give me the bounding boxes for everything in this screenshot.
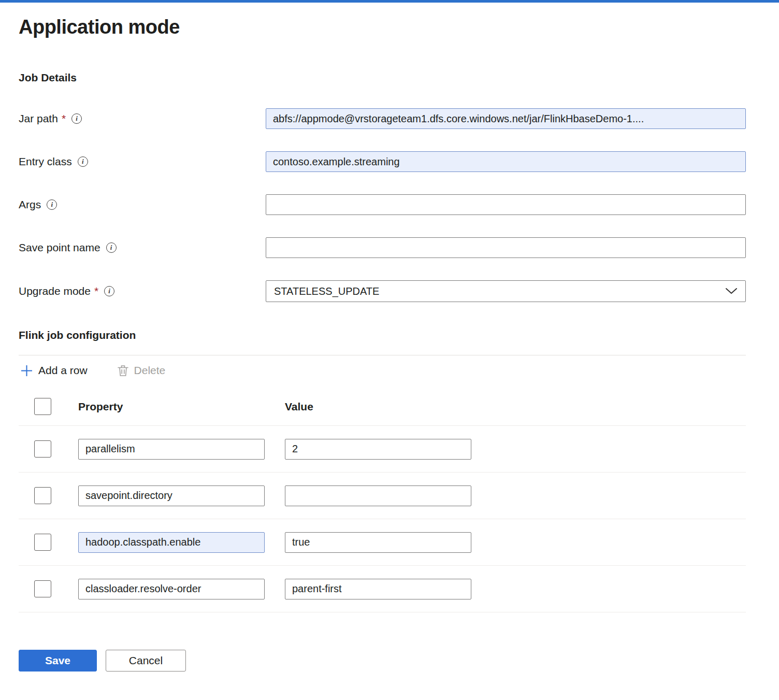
required-asterisk: * (94, 285, 98, 297)
property-input[interactable] (78, 579, 265, 599)
table-toolbar: Add a row Delete (19, 355, 746, 384)
trash-icon (118, 365, 128, 377)
table-row (19, 426, 746, 473)
top-accent-bar (0, 0, 779, 3)
args-label: Args (19, 198, 266, 211)
jar-path-input[interactable] (266, 108, 746, 129)
jar-path-label: Jar path * (19, 112, 266, 125)
table-row (19, 473, 746, 519)
save-point-name-label-text: Save point name (19, 241, 100, 254)
row-checkbox[interactable] (34, 440, 51, 458)
save-point-name-input[interactable] (266, 237, 746, 258)
field-upgrade-mode: Upgrade mode * STATELESS_UPDATE (19, 280, 746, 302)
value-column-header: Value (285, 401, 313, 413)
table-header-row: Property Value (19, 384, 746, 426)
entry-class-label-text: Entry class (19, 155, 72, 168)
save-point-name-label: Save point name (19, 241, 266, 254)
entry-class-input[interactable] (266, 151, 746, 172)
entry-class-label: Entry class (19, 155, 266, 168)
property-input[interactable] (78, 439, 265, 460)
table-row (19, 566, 746, 612)
add-row-label: Add a row (38, 364, 88, 377)
value-input[interactable] (285, 532, 471, 553)
save-button[interactable]: Save (19, 650, 97, 672)
info-icon[interactable] (104, 286, 114, 296)
info-icon[interactable] (47, 199, 57, 210)
field-jar-path: Jar path * (19, 108, 746, 129)
property-input[interactable] (78, 485, 265, 506)
row-checkbox[interactable] (34, 487, 51, 504)
upgrade-mode-label-text: Upgrade mode (19, 285, 91, 297)
value-input[interactable] (285, 485, 471, 506)
chevron-down-icon (725, 288, 738, 295)
args-input[interactable] (266, 194, 746, 215)
delete-button[interactable]: Delete (116, 364, 168, 377)
flink-job-configuration-heading: Flink job configuration (19, 329, 746, 341)
row-checkbox[interactable] (34, 580, 51, 597)
add-row-button[interactable]: Add a row (19, 364, 90, 377)
jar-path-label-text: Jar path (19, 112, 58, 125)
footer-actions: Save Cancel (19, 650, 746, 672)
field-save-point-name: Save point name (19, 237, 746, 258)
upgrade-mode-label: Upgrade mode * (19, 285, 266, 297)
info-icon[interactable] (71, 113, 82, 124)
value-input[interactable] (285, 579, 471, 599)
info-icon[interactable] (78, 156, 88, 167)
cancel-button[interactable]: Cancel (106, 650, 186, 672)
select-all-checkbox[interactable] (34, 398, 51, 415)
upgrade-mode-dropdown[interactable]: STATELESS_UPDATE (266, 280, 746, 302)
page-title: Application mode (19, 16, 746, 38)
field-args: Args (19, 194, 746, 215)
job-details-heading: Job Details (19, 72, 746, 84)
property-column-header: Property (78, 401, 265, 413)
delete-label: Delete (134, 364, 166, 377)
plus-icon (21, 365, 33, 377)
field-entry-class: Entry class (19, 151, 746, 172)
upgrade-mode-selected-value: STATELESS_UPDATE (274, 285, 379, 297)
args-label-text: Args (19, 198, 41, 211)
value-input[interactable] (285, 439, 471, 460)
property-input[interactable] (78, 532, 265, 553)
table-row (19, 519, 746, 566)
row-checkbox[interactable] (34, 534, 51, 551)
info-icon[interactable] (106, 242, 117, 253)
required-asterisk: * (62, 112, 66, 125)
application-mode-panel: Application mode Job Details Jar path * … (0, 16, 779, 694)
